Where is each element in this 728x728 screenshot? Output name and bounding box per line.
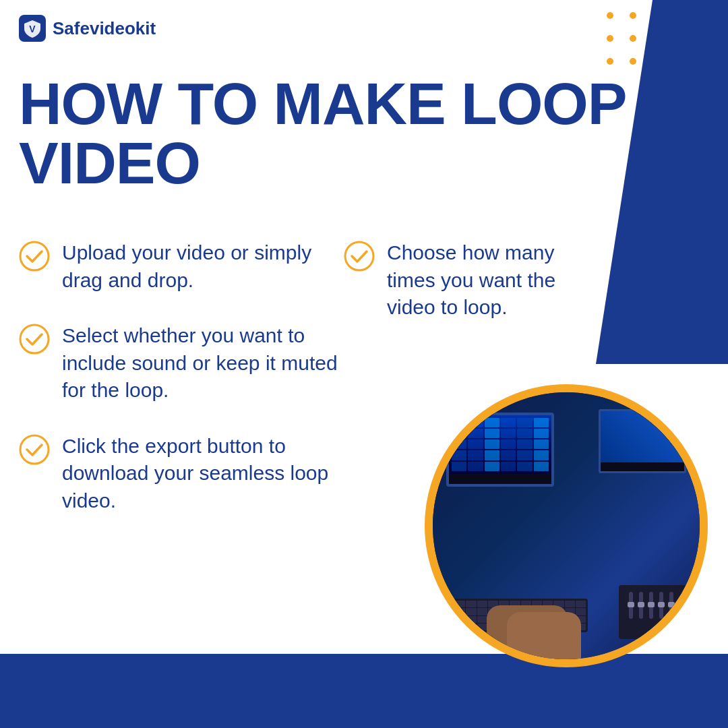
step-1: Upload your video or simply drag and dro… xyxy=(19,239,356,294)
title-line1: HOW TO MAKE LOOP xyxy=(19,70,626,137)
steps-left: Upload your video or simply drag and dro… xyxy=(19,239,356,543)
svg-text:V: V xyxy=(29,24,36,34)
step-4-text: Choose how many times you want the video… xyxy=(387,239,600,322)
shield-icon: V xyxy=(23,19,42,38)
svg-point-4 xyxy=(345,242,373,270)
step-2-text: Select whether you want to include sound… xyxy=(62,322,356,404)
monitor-screen-1 xyxy=(449,415,551,474)
brand-name: Safevideokit xyxy=(53,18,156,39)
mixer-panel xyxy=(619,585,686,639)
header: V Safevideokit xyxy=(19,15,156,42)
svg-point-1 xyxy=(20,242,49,270)
hand-right xyxy=(507,612,581,659)
step-4: Choose how many times you want the video… xyxy=(344,239,600,322)
step-3-text: Click the export button to download your… xyxy=(62,433,356,515)
page: V Safevideokit HOW TO MAKE LOOP VIDEO Up… xyxy=(0,0,728,728)
logo-shield: V xyxy=(19,15,46,42)
check-icon-4 xyxy=(344,241,375,272)
title-text: HOW TO MAKE LOOP VIDEO xyxy=(19,74,626,193)
svg-point-3 xyxy=(20,435,49,464)
monitor-1 xyxy=(446,413,554,487)
check-icon-2 xyxy=(19,324,50,355)
title-line2: VIDEO xyxy=(19,129,200,196)
step-2: Select whether you want to include sound… xyxy=(19,322,356,404)
circle-image xyxy=(425,384,708,667)
svg-point-2 xyxy=(20,325,49,353)
main-title: HOW TO MAKE LOOP VIDEO xyxy=(19,74,626,193)
check-icon-3 xyxy=(19,434,50,465)
step-3: Click the export button to download your… xyxy=(19,433,356,515)
desk-scene xyxy=(433,392,700,659)
steps-right: Choose how many times you want the video… xyxy=(344,239,600,350)
monitor-screen-2 xyxy=(601,411,684,462)
monitor-2 xyxy=(599,409,686,473)
blue-bottom-bar xyxy=(0,654,728,728)
hands xyxy=(466,578,601,659)
check-icon-1 xyxy=(19,241,50,272)
step-1-text: Upload your video or simply drag and dro… xyxy=(62,239,356,294)
